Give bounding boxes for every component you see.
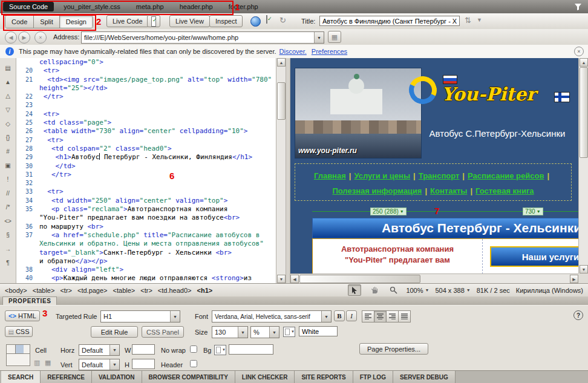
code-line[interactable]: 25 <td class="page"> [16, 119, 276, 127]
cell-width-input[interactable] [132, 344, 155, 355]
code-line[interactable]: 24 <tr> [16, 110, 276, 119]
tag-selector-item[interactable]: <table> [113, 287, 136, 294]
chevron-down-icon[interactable]: ▼ [314, 32, 324, 43]
scroll-left-icon[interactable]: ◀ [290, 275, 299, 283]
page-heading-h1[interactable]: Автобус Петербург - Хельсинки [312, 218, 578, 238]
code-vertical-scrollbar[interactable]: ▲ ▼ [276, 58, 286, 283]
css-mode-button[interactable]: ▤CSS [5, 326, 33, 337]
address-options-icon[interactable]: ▦ [328, 31, 341, 43]
discover-link[interactable]: Discover. [279, 48, 307, 55]
file-management-icon[interactable]: ⇅ [465, 16, 471, 25]
nav-link[interactable]: Транспорт [419, 171, 460, 180]
code-line[interactable]: 20 <tr> [16, 67, 276, 75]
open-documents-icon[interactable]: ▤ [2, 64, 13, 73]
text-color-field[interactable] [299, 326, 338, 336]
expand-all-icon[interactable]: ▽ [2, 106, 13, 114]
remove-comment-icon[interactable]: /* [2, 203, 13, 212]
format-source-code-icon[interactable]: ¶ [2, 259, 13, 267]
panel-tab-browser-compatibility[interactable]: BROWSER COMPATIBILITY [142, 371, 235, 383]
code-line[interactable]: 21 <td><img src="images/page_top.png" al… [16, 76, 276, 84]
related-file-tab[interactable]: header.php [180, 3, 213, 10]
code-line[interactable]: 22 </tr> [16, 93, 276, 101]
panel-tab-ftp-log[interactable]: FTP LOG [353, 371, 393, 383]
align-right-icon[interactable] [386, 310, 399, 322]
window-size-combo[interactable]: 504 x 388▼ [435, 287, 470, 294]
nav-link[interactable]: Контакты [430, 186, 467, 195]
html-mode-button[interactable]: <>HTML [5, 310, 40, 321]
code-line[interactable]: cellspacing="0"> [16, 58, 276, 67]
scroll-up-icon[interactable]: ▲ [580, 58, 588, 67]
align-left-icon[interactable] [362, 310, 374, 322]
tag-selector-item[interactable]: <table> [33, 287, 55, 294]
bg-color-swatch[interactable]: ▼ [214, 345, 226, 355]
preview-in-browser-globe-icon[interactable] [250, 16, 261, 27]
bg-color-field[interactable] [229, 344, 273, 355]
code-line[interactable]: 36по маршруту <br> [16, 223, 276, 231]
check-page-icon[interactable] [266, 15, 267, 24]
split-view-button[interactable]: Split [34, 16, 59, 28]
size-unit-combo[interactable]: % ▼ [250, 326, 279, 338]
merge-cells-icon[interactable]: ▥ [34, 359, 40, 367]
reclama-cell[interactable]: Автотранспортная компания "You-Piter" пр… [313, 239, 482, 273]
code-line[interactable]: 35 <p class="reclama">Автотранспортная к… [16, 205, 276, 214]
design-vertical-scrollbar[interactable]: ▲ ▼ [578, 58, 588, 273]
code-line[interactable]: 26 <table width="730" align="center" cel… [16, 127, 276, 136]
panel-tab-validation[interactable]: VALIDATION [92, 371, 142, 383]
cell-height-input[interactable] [132, 359, 155, 369]
code-line[interactable]: 32 [16, 179, 276, 188]
edit-rule-button[interactable]: Edit Rule [91, 326, 138, 338]
code-line[interactable]: и обратно</a></p> [16, 257, 276, 266]
header-checkbox[interactable] [190, 360, 197, 367]
help-icon[interactable]: ? [573, 310, 583, 320]
hand-tool-icon[interactable] [367, 284, 381, 296]
code-line[interactable]: 34 <td width="250" align="center" valign… [16, 197, 276, 205]
code-line[interactable]: 23 [16, 101, 276, 110]
scroll-down-icon[interactable]: ▼ [580, 265, 588, 273]
no-wrap-checkbox[interactable] [190, 345, 197, 353]
scroll-right-icon[interactable]: ▶ [570, 275, 578, 283]
css-panel-button[interactable]: CSS Panel [142, 326, 184, 338]
code-line[interactable]: target="_blank">Санкт-Петербург - Хельси… [16, 249, 276, 257]
panel-tab-link-checker[interactable]: LINK CHECKER [235, 371, 295, 383]
page-properties-button[interactable]: Page Properties... [359, 343, 428, 355]
collapse-full-tag-icon[interactable]: ▲ [2, 78, 13, 87]
related-file-tab[interactable]: footer.php [229, 3, 258, 10]
indent-code-icon[interactable]: → [2, 245, 13, 254]
line-numbers-icon[interactable]: # [2, 148, 13, 156]
code-line[interactable]: "You-Piter" предлагает вам поездки на ав… [16, 214, 276, 222]
tag-selector-item[interactable]: <h1> [197, 287, 213, 294]
validate-markup-icon[interactable] [147, 15, 160, 27]
code-line[interactable]: 31 </tr> [16, 171, 276, 179]
code-line[interactable]: 37 <a href="schedule.php" title="Расписа… [16, 231, 276, 240]
align-center-icon[interactable] [374, 310, 387, 322]
nav-link[interactable]: Расписание рейсов [468, 171, 544, 180]
design-horizontal-scrollbar[interactable]: ◀ ▶ [290, 273, 578, 283]
code-line[interactable]: height="25"></td> [16, 84, 276, 93]
code-line[interactable]: 27 <tr> [16, 136, 276, 145]
nav-link[interactable]: Полезная информация [332, 186, 422, 195]
targeted-rule-combo[interactable]: H1 ▼ [100, 310, 180, 322]
refresh-icon[interactable]: ↻ [279, 16, 286, 25]
tag-selector-item[interactable]: <body> [5, 287, 27, 294]
horz-combo[interactable]: Default ▼ [79, 344, 120, 356]
select-tool-icon[interactable] [348, 284, 361, 296]
design-view[interactable]: www.you-piter.ru You-Piter Автобус С.Пет… [290, 58, 578, 273]
panel-tab-reference[interactable]: REFERENCE [41, 371, 92, 383]
tag-selector-item[interactable]: <td.page> [77, 287, 108, 294]
nav-link[interactable]: Услуги и цены [354, 171, 410, 180]
highlight-invalid-code-icon[interactable]: ▣ [2, 162, 13, 170]
design-view-button[interactable]: Design [60, 16, 93, 28]
zoom-tool-icon[interactable] [387, 284, 400, 296]
inspect-button[interactable]: Inspect [209, 15, 243, 27]
apply-comment-icon[interactable]: // [2, 189, 13, 198]
panel-tab-search[interactable]: SEARCH [1, 371, 41, 383]
code-scroll-thumb[interactable] [277, 82, 286, 120]
balance-braces-icon[interactable]: {} [2, 134, 13, 142]
recent-snippets-icon[interactable]: § [2, 231, 13, 240]
scroll-down-icon[interactable]: ▼ [277, 275, 286, 283]
live-view-button[interactable]: Live View [169, 15, 210, 27]
code-view-button[interactable]: Code [5, 16, 34, 28]
live-view-options-icon[interactable]: ▼ [477, 17, 482, 23]
code-line[interactable]: Хельсинки и обратно. Цены и места отправ… [16, 240, 276, 248]
panel-tab-site-reports[interactable]: SITE REPORTS [295, 371, 353, 383]
